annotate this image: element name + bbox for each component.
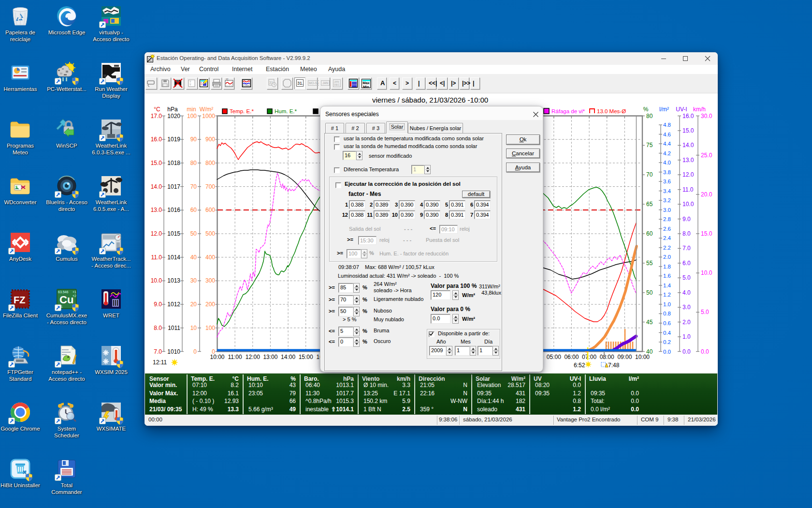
svg-text:80: 80 (646, 113, 653, 120)
svg-text:600: 600 (205, 207, 215, 213)
svg-text:14.0: 14.0 (682, 142, 694, 149)
svg-text:Ráfaga de vi*: Ráfaga de vi* (551, 108, 585, 114)
svg-text:7.0: 7.0 (682, 245, 691, 252)
svg-text:900: 900 (205, 136, 215, 143)
svg-text:0.4: 0.4 (663, 330, 671, 336)
svg-text:75: 75 (646, 142, 653, 149)
svg-text:65: 65 (646, 201, 653, 208)
svg-text:0.0: 0.0 (663, 349, 671, 355)
svg-text:30: 30 (190, 277, 197, 284)
svg-text:min: min (187, 106, 196, 113)
svg-text:1.0: 1.0 (682, 333, 691, 340)
svg-text:800: 800 (205, 160, 215, 166)
svg-text:6.0: 6.0 (682, 260, 691, 267)
svg-text:10:00: 10:00 (210, 354, 224, 360)
svg-text:80: 80 (190, 160, 197, 166)
svg-text:3.2: 3.2 (663, 197, 671, 203)
svg-text:5.0: 5.0 (682, 274, 691, 281)
svg-text:14.0: 14.0 (151, 183, 162, 190)
svg-text:50: 50 (190, 230, 197, 237)
svg-text:20.0: 20.0 (701, 191, 712, 198)
svg-text:9.0: 9.0 (154, 301, 162, 308)
svg-text:4.4: 4.4 (663, 141, 671, 147)
svg-text:13.0: 13.0 (151, 207, 162, 213)
svg-text:1.2: 1.2 (663, 292, 671, 298)
svg-text:2.8: 2.8 (663, 216, 671, 222)
svg-text:25.0: 25.0 (701, 152, 712, 159)
svg-text:06:00: 06:00 (564, 354, 579, 360)
svg-text:200: 200 (205, 301, 215, 308)
svg-text:1017: 1017 (167, 183, 180, 190)
svg-text:4.6: 4.6 (663, 132, 671, 137)
svg-text:500: 500 (205, 230, 215, 237)
svg-text:3.6: 3.6 (663, 179, 671, 184)
svg-text:1014: 1014 (167, 254, 180, 261)
svg-text:15:00: 15:00 (299, 354, 313, 360)
svg-text:2.2: 2.2 (663, 245, 671, 251)
svg-text:07:00: 07:00 (582, 354, 596, 360)
svg-text:100: 100 (205, 325, 215, 331)
svg-text:0: 0 (193, 348, 197, 355)
svg-text:60: 60 (646, 230, 653, 237)
svg-text:2.0: 2.0 (682, 319, 691, 326)
svg-text:13.0: 13.0 (682, 157, 694, 164)
svg-text:hPa: hPa (167, 106, 178, 113)
svg-text:km/h: km/h (693, 106, 706, 113)
svg-text:70: 70 (646, 171, 653, 178)
svg-text:30.0: 30.0 (701, 113, 712, 120)
svg-text:1011: 1011 (168, 325, 180, 331)
svg-text:8.0: 8.0 (154, 325, 162, 331)
svg-text:60: 60 (190, 207, 197, 213)
svg-text:2.6: 2.6 (663, 226, 671, 232)
svg-text:4.2: 4.2 (663, 150, 671, 156)
svg-text:6:52: 6:52 (574, 362, 585, 369)
svg-text:1020: 1020 (167, 113, 180, 120)
svg-text:1018: 1018 (167, 160, 180, 166)
svg-text:15.0: 15.0 (151, 160, 162, 166)
svg-text:0.6: 0.6 (663, 320, 671, 326)
svg-text:+2: +2 (72, 294, 76, 298)
svg-text:12:00: 12:00 (246, 354, 260, 360)
svg-text:63.546: 63.546 (58, 290, 69, 294)
svg-text:09:00: 09:00 (617, 354, 632, 360)
svg-text:+1: +1 (72, 290, 76, 294)
svg-text:17.0: 17.0 (151, 113, 162, 120)
svg-text:9.0: 9.0 (682, 216, 691, 223)
svg-text:2.4: 2.4 (663, 235, 671, 241)
svg-text:viernes / sábado, 21/03/2026: viernes / sábado, 21/03/2026 -10:00 (372, 96, 488, 104)
svg-text:10.0: 10.0 (682, 201, 694, 208)
svg-text:0.0: 0.0 (701, 348, 709, 355)
svg-text:3.8: 3.8 (663, 169, 671, 175)
svg-text:20: 20 (190, 301, 197, 308)
svg-text:10.0: 10.0 (151, 277, 162, 284)
svg-text:7.0: 7.0 (154, 348, 162, 355)
svg-text:400: 400 (205, 254, 215, 261)
svg-text:°C: °C (226, 78, 229, 81)
svg-text:70: 70 (190, 183, 197, 190)
svg-text:45: 45 (646, 319, 653, 326)
svg-text:4.0: 4.0 (682, 289, 691, 296)
svg-text:5.0: 5.0 (701, 309, 709, 315)
svg-text:10:00: 10:00 (635, 354, 650, 360)
svg-text:4.8: 4.8 (663, 122, 671, 128)
svg-text:3.4: 3.4 (663, 188, 671, 194)
svg-text:Temp. E.*: Temp. E.* (230, 108, 254, 114)
svg-text:11:00: 11:00 (228, 354, 242, 360)
svg-text:0.8: 0.8 (663, 311, 671, 316)
svg-text:700: 700 (205, 183, 215, 190)
svg-text:UV-I: UV-I (676, 106, 687, 113)
svg-text:05:00: 05:00 (547, 354, 561, 360)
svg-text:90: 90 (190, 136, 197, 143)
svg-text:1013: 1013 (167, 277, 180, 284)
svg-text:300: 300 (205, 277, 215, 284)
svg-text:1010: 1010 (167, 348, 180, 355)
svg-text:11.0: 11.0 (682, 186, 694, 193)
svg-text:1.0: 1.0 (663, 301, 671, 307)
svg-text:10: 10 (190, 325, 197, 331)
svg-text:0.2: 0.2 (663, 339, 671, 345)
svg-text:14:00: 14:00 (281, 354, 295, 360)
svg-text:l/m²: l/m² (659, 106, 669, 113)
svg-text:%: % (643, 106, 649, 113)
svg-text:55: 55 (646, 260, 653, 267)
svg-text:16.0: 16.0 (151, 136, 162, 143)
